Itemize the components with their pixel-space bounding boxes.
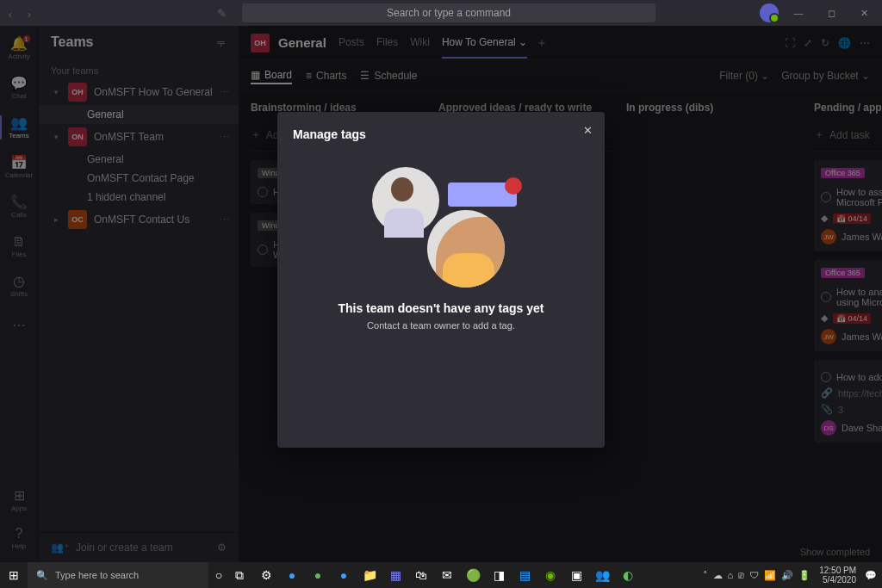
taskbar-app-icon[interactable]: ◉ bbox=[537, 565, 563, 585]
compose-icon[interactable]: ✎ bbox=[217, 7, 227, 20]
notifications-icon[interactable]: 💬 bbox=[865, 570, 877, 581]
windows-taskbar: ⊞ 🔍Type here to search ○ ⧉ ⚙ ● ● ● 📁 ▦ 🛍… bbox=[0, 562, 882, 588]
close-icon[interactable]: ✕ bbox=[583, 124, 593, 137]
volume-icon[interactable]: 🔊 bbox=[781, 570, 793, 581]
system-tray: ˄ ☁ ⌂ ⎚ 🛡 📶 🔊 🔋 12:50 PM5/4/2020 💬 bbox=[703, 566, 882, 585]
empty-state-sub: Contact a team owner to add a tag. bbox=[293, 320, 589, 331]
empty-state-illustration bbox=[372, 167, 510, 288]
tray-icon[interactable]: ☁ bbox=[713, 570, 723, 581]
taskbar-app-icon[interactable]: ⚙ bbox=[253, 565, 279, 585]
clock[interactable]: 12:50 PM5/4/2020 bbox=[816, 566, 860, 585]
search-placeholder: Type here to search bbox=[55, 570, 139, 580]
maximize-button[interactable]: ◻ bbox=[818, 0, 844, 26]
taskbar-app-icon[interactable]: 🛍 bbox=[408, 565, 434, 585]
tray-icon[interactable]: ⌂ bbox=[728, 570, 734, 580]
taskbar-app-icon[interactable]: ◨ bbox=[486, 565, 512, 585]
dialog-title: Manage tags bbox=[293, 127, 589, 141]
empty-state-heading: This team doesn't have any tags yet bbox=[293, 301, 589, 315]
titlebar: ‹ › ✎ Search or type a command — ◻ ✕ bbox=[0, 0, 882, 26]
app-window: ‹ › ✎ Search or type a command — ◻ ✕ 🔔Ac… bbox=[0, 0, 882, 562]
taskbar-app-icon[interactable]: ● bbox=[305, 565, 331, 585]
taskview-icon[interactable]: ⧉ bbox=[229, 565, 250, 585]
cortana-icon[interactable]: ○ bbox=[208, 565, 229, 585]
taskbar-app-icon[interactable]: ▤ bbox=[512, 565, 537, 585]
taskbar-app-icon[interactable]: ● bbox=[331, 565, 357, 585]
search-icon: 🔍 bbox=[36, 570, 48, 581]
taskbar-app-icon[interactable]: 🟢 bbox=[460, 565, 486, 585]
forward-icon[interactable]: › bbox=[28, 9, 36, 17]
minimize-button[interactable]: — bbox=[786, 0, 811, 26]
profile-avatar[interactable] bbox=[760, 3, 779, 22]
taskbar-search[interactable]: 🔍Type here to search bbox=[28, 562, 208, 588]
battery-icon[interactable]: 🔋 bbox=[798, 570, 811, 581]
tray-overflow-icon[interactable]: ˄ bbox=[703, 570, 708, 581]
taskbar-app-icon[interactable]: ▦ bbox=[382, 565, 408, 585]
taskbar-app-icon[interactable]: ◐ bbox=[615, 565, 641, 585]
tray-icon[interactable]: 🛡 bbox=[749, 570, 759, 580]
tray-icon[interactable]: ⎚ bbox=[738, 570, 744, 580]
taskbar-apps: ⚙ ● ● ● 📁 ▦ 🛍 ✉ 🟢 ◨ ▤ ◉ ▣ 👥 ◐ bbox=[253, 565, 641, 585]
taskbar-app-icon[interactable]: 📁 bbox=[357, 565, 382, 585]
manage-tags-dialog: Manage tags ✕ This team doesn't have any… bbox=[277, 112, 605, 448]
wifi-icon[interactable]: 📶 bbox=[764, 570, 776, 581]
close-button[interactable]: ✕ bbox=[851, 0, 877, 26]
search-box[interactable]: Search or type a command bbox=[242, 3, 655, 22]
start-button[interactable]: ⊞ bbox=[0, 565, 28, 585]
taskbar-app-icon[interactable]: ✉ bbox=[434, 565, 460, 585]
taskbar-app-icon[interactable]: ● bbox=[279, 565, 305, 585]
taskbar-app-icon[interactable]: ▣ bbox=[563, 565, 589, 585]
nav-arrows: ‹ › bbox=[0, 9, 45, 17]
taskbar-app-icon[interactable]: 👥 bbox=[589, 565, 615, 585]
back-icon[interactable]: ‹ bbox=[9, 9, 17, 17]
